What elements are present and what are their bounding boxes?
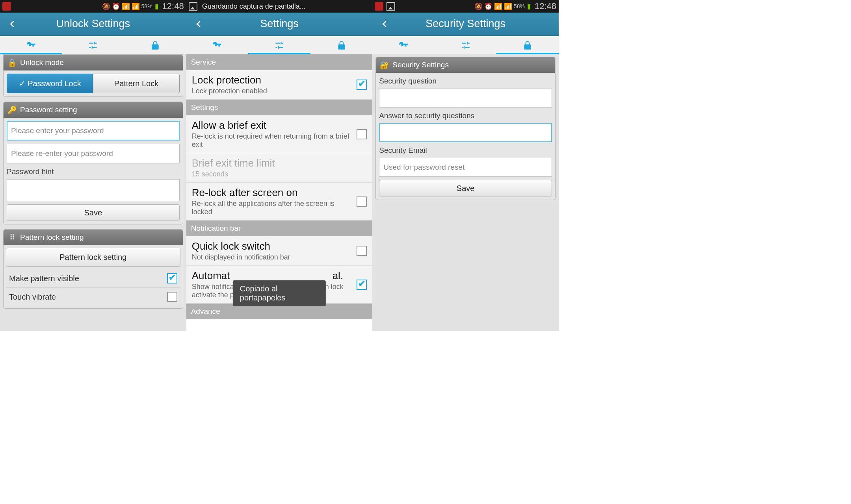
lock-icon: [522, 40, 533, 50]
section-notification: Notification bar: [186, 220, 373, 236]
sliders-icon: [88, 40, 98, 50]
page-title: Security Settings: [398, 18, 533, 30]
section-service: Service: [186, 54, 373, 70]
back-button[interactable]: [186, 13, 212, 35]
security-question-input[interactable]: [379, 89, 552, 107]
alarm-icon: ⏰: [484, 2, 492, 11]
security-settings-header: 🔐 Security Settings: [376, 57, 555, 73]
clock: 12:48: [535, 1, 556, 11]
alarm-icon: ⏰: [112, 2, 120, 11]
answer-label: Answer to security questions: [379, 111, 552, 120]
mute-icon: 🔕: [102, 2, 110, 11]
back-button[interactable]: [372, 13, 398, 35]
pattern-setting-button[interactable]: Pattern lock setting: [6, 248, 180, 267]
lock-protection-checkbox[interactable]: [357, 80, 367, 90]
title-bar: Settings: [186, 13, 373, 36]
app-badge-icon: [375, 2, 383, 11]
status-bar: 🔕 ⏰ 📶 📶 58% ▮ 12:48: [372, 0, 559, 13]
battery-percent: 58%: [514, 3, 525, 9]
unlock-mode-segment: Password Lock Pattern Lock: [7, 74, 180, 93]
password-input[interactable]: Please enter your password: [7, 121, 180, 141]
screen-unlock-settings: 🔕 ⏰ 📶 📶 58% ▮ 12:48 Unlock Settings: [0, 0, 186, 331]
quick-lock-checkbox[interactable]: [357, 246, 367, 256]
quick-lock-row[interactable]: Quick lock switch Not displayed in notif…: [186, 236, 373, 266]
lock-protection-row[interactable]: Lock protection Lock protection enabled: [186, 70, 373, 100]
clock: 12:48: [162, 1, 184, 11]
main-content: 🔒 Unlock mode Password Lock Pattern Lock…: [0, 54, 186, 331]
key-icon: [212, 40, 222, 50]
tab-unlock[interactable]: [372, 36, 435, 54]
wifi-icon: 📶: [494, 2, 502, 11]
email-label: Security Email: [379, 146, 552, 155]
password-setting-header: 🔑 Password setting: [4, 102, 183, 118]
status-bar: 🔕 ⏰ 📶 📶 58% ▮ 12:48: [0, 0, 186, 13]
password-hint-input[interactable]: [7, 179, 180, 201]
password-hint-label: Password hint: [7, 167, 180, 176]
lock-icon: [336, 40, 347, 50]
clipboard-toast: Copiado al portapapeles: [233, 280, 326, 306]
unlock-mode-header: 🔒 Unlock mode: [4, 55, 183, 70]
tab-bar: [0, 36, 186, 54]
tab-security[interactable]: [310, 36, 373, 54]
tab-unlock[interactable]: [186, 36, 249, 54]
brief-exit-checkbox[interactable]: [357, 129, 367, 139]
tab-bar: [372, 36, 559, 54]
pattern-setting-header: ⠿ Pattern lock setting: [4, 230, 183, 245]
sliders-icon: [461, 40, 471, 50]
relock-row[interactable]: Re-lock after screen on Re-lock all the …: [186, 183, 373, 220]
mute-icon: 🔕: [474, 2, 483, 11]
app-badge-icon: [2, 2, 11, 11]
main-content: 🔐 Security Settings Security question An…: [372, 54, 559, 331]
tab-security[interactable]: [496, 36, 559, 54]
battery-icon: ▮: [155, 2, 158, 11]
lock-icon: [150, 40, 160, 50]
signal-icon: 📶: [132, 2, 140, 11]
security-question-label: Security question: [379, 77, 552, 85]
wifi-icon: 📶: [122, 2, 130, 11]
tab-unlock[interactable]: [0, 36, 62, 54]
section-settings: Settings: [186, 100, 373, 115]
tab-security[interactable]: [124, 36, 186, 54]
battery-percent: 58%: [141, 3, 152, 9]
relock-checkbox[interactable]: [357, 196, 367, 207]
key-icon: [398, 40, 409, 50]
title-bar: Security Settings: [372, 13, 559, 36]
pattern-icon: ⠿: [7, 233, 17, 242]
password-lock-button[interactable]: Password Lock: [7, 74, 93, 93]
brief-exit-row[interactable]: Allow a brief exit Re-lock is not requir…: [186, 115, 373, 153]
tab-bar: [186, 36, 373, 54]
sliders-icon: [274, 40, 284, 50]
pattern-lock-button[interactable]: Pattern Lock: [93, 74, 179, 93]
save-button[interactable]: Save: [379, 180, 552, 196]
screen-security-settings: 🔕 ⏰ 📶 📶 58% ▮ 12:48 Security Settings: [372, 0, 559, 331]
page-title: Settings: [212, 18, 347, 30]
touch-vibrate-checkbox[interactable]: [167, 292, 177, 302]
tab-settings[interactable]: [248, 36, 310, 54]
key-icon: [26, 40, 36, 50]
make-pattern-visible-row[interactable]: Make pattern visible: [6, 269, 180, 287]
password-confirm-input[interactable]: Please re-enter your password: [7, 144, 180, 163]
tab-settings[interactable]: [62, 36, 124, 54]
auto-notify-checkbox[interactable]: [357, 280, 367, 290]
screenshot-icon: [386, 2, 395, 11]
email-input[interactable]: Used for password reset: [379, 158, 552, 177]
answer-input[interactable]: [379, 123, 552, 142]
key-small-icon: 🔑: [7, 105, 17, 115]
touch-vibrate-row[interactable]: Touch vibrate: [6, 287, 180, 306]
lock-small-icon: 🔒: [7, 58, 17, 67]
signal-icon: 📶: [504, 2, 512, 11]
saving-text: Guardando captura de pantalla...: [202, 2, 306, 11]
brief-exit-limit-row[interactable]: Brief exit time limit 15 seconds: [186, 153, 373, 183]
make-pattern-visible-checkbox[interactable]: [167, 273, 177, 284]
back-button[interactable]: [0, 13, 25, 35]
tab-settings[interactable]: [435, 36, 497, 54]
title-bar: Unlock Settings: [0, 13, 186, 36]
status-bar: Guardando captura de pantalla...: [186, 0, 373, 13]
screenshot-icon: [189, 2, 197, 11]
shield-icon: 🔐: [380, 60, 389, 70]
save-button[interactable]: Save: [7, 204, 180, 221]
screen-settings: Guardando captura de pantalla... Setting…: [186, 0, 373, 331]
page-title: Unlock Settings: [25, 18, 161, 30]
battery-icon: ▮: [527, 2, 531, 11]
